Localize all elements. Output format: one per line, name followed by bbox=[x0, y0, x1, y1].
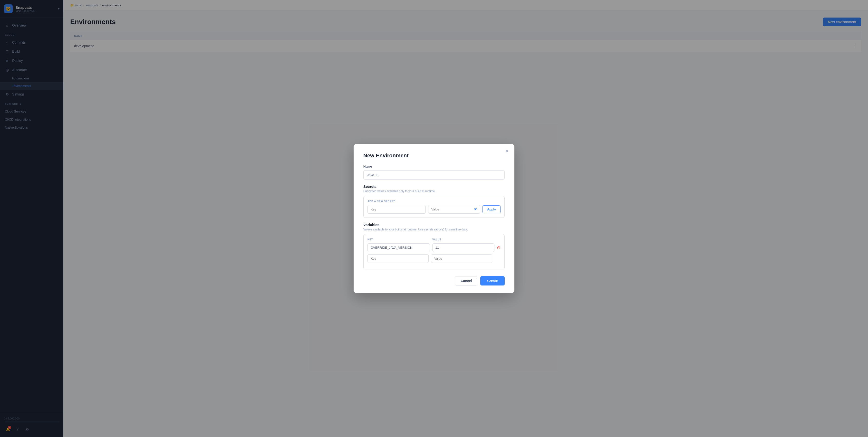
secret-value-input[interactable] bbox=[428, 205, 480, 214]
new-environment-modal: New Environment × Name Secrets Encrypted… bbox=[353, 144, 515, 293]
create-button[interactable]: Create bbox=[480, 276, 505, 285]
var-key-col-header: KEY bbox=[368, 238, 427, 241]
secret-row: 👁 Apply bbox=[368, 205, 500, 214]
secrets-box: ADD A NEW SECRET 👁 Apply bbox=[363, 196, 505, 218]
secret-value-wrapper: 👁 bbox=[428, 205, 480, 214]
variables-section-desc: Values available to your builds at runti… bbox=[363, 228, 505, 231]
var-value-col-header: VALUE bbox=[432, 238, 492, 241]
var-row-existing: ⊖ bbox=[368, 243, 500, 252]
var-col-headers: KEY VALUE bbox=[368, 238, 500, 241]
modal-title: New Environment bbox=[363, 153, 505, 159]
secrets-box-label: ADD A NEW SECRET bbox=[368, 200, 500, 203]
eye-icon[interactable]: 👁 bbox=[474, 207, 477, 212]
apply-button[interactable]: Apply bbox=[483, 205, 500, 213]
var-row-empty bbox=[368, 254, 500, 263]
modal-close-button[interactable]: × bbox=[506, 149, 508, 153]
secrets-section-title: Secrets bbox=[363, 184, 505, 189]
var-delete-button-1[interactable]: ⊖ bbox=[497, 246, 500, 250]
variables-box: KEY VALUE ⊖ bbox=[363, 234, 505, 270]
name-input[interactable] bbox=[363, 170, 505, 180]
secrets-section-desc: Encrypted values available only to your … bbox=[363, 189, 505, 193]
name-field-label: Name bbox=[363, 165, 505, 168]
variables-section-title: Variables bbox=[363, 223, 505, 227]
var-value-input-2[interactable] bbox=[431, 254, 492, 263]
secret-key-input[interactable] bbox=[368, 205, 426, 214]
var-key-input-1[interactable] bbox=[368, 243, 430, 252]
var-key-input-2[interactable] bbox=[368, 254, 429, 263]
cancel-button[interactable]: Cancel bbox=[455, 276, 477, 285]
modal-overlay: New Environment × Name Secrets Encrypted… bbox=[0, 0, 868, 437]
modal-footer: Cancel Create bbox=[363, 276, 505, 285]
var-value-input-1[interactable] bbox=[432, 243, 495, 252]
